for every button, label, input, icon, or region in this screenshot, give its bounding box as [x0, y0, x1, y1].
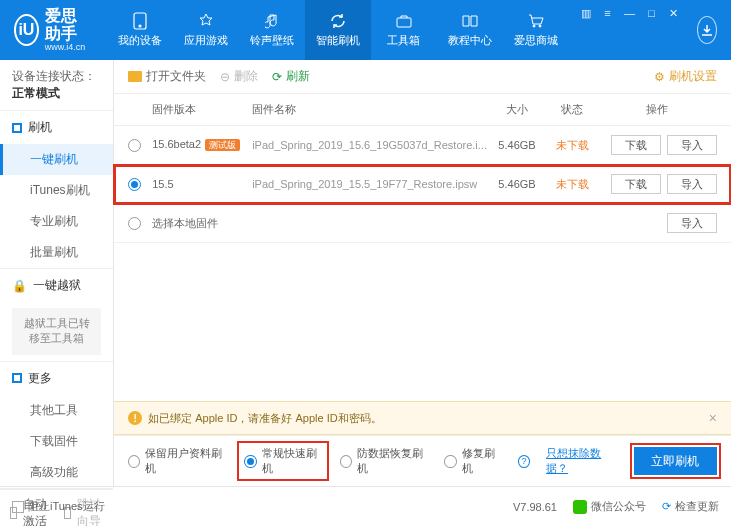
firmware-radio[interactable] [128, 178, 141, 191]
nav-flash[interactable]: 智能刷机 [305, 0, 371, 60]
sidebar-item-oneclick-flash[interactable]: 一键刷机 [0, 144, 113, 175]
phone-icon [131, 12, 149, 30]
lock-icon: 🔒 [12, 279, 27, 293]
download-button[interactable]: 下载 [611, 135, 661, 155]
nav-store[interactable]: 爱思商城 [503, 0, 569, 60]
nav-tutorials[interactable]: 教程中心 [437, 0, 503, 60]
gear-icon: ⚙ [654, 70, 665, 84]
sidebar-item-pro-flash[interactable]: 专业刷机 [0, 206, 113, 237]
app-logo: iU 爱思助手 www.i4.cn [0, 0, 107, 60]
download-update-button[interactable] [697, 16, 717, 44]
svg-point-1 [139, 25, 141, 27]
refresh-icon: ⟳ [272, 70, 282, 84]
nav-my-device[interactable]: 我的设备 [107, 0, 173, 60]
firmware-row[interactable]: 15.6beta2测试版 iPad_Spring_2019_15.6_19G50… [114, 126, 731, 165]
settings-icon[interactable]: ≡ [601, 6, 615, 20]
download-icon [700, 23, 714, 37]
nav-apps[interactable]: 应用游戏 [173, 0, 239, 60]
block-itunes-checkbox[interactable] [12, 501, 24, 513]
book-icon [461, 12, 479, 30]
refresh-button[interactable]: ⟳刷新 [272, 68, 310, 85]
import-button[interactable]: 导入 [667, 135, 717, 155]
connection-status: 设备连接状态：正常模式 [0, 60, 113, 111]
sidebar-group-flash[interactable]: 刷机 [0, 111, 113, 144]
block-itunes-label: 阻止iTunes运行 [28, 499, 105, 514]
sidebar-item-itunes-flash[interactable]: iTunes刷机 [0, 175, 113, 206]
square-icon [12, 123, 22, 133]
svg-rect-2 [397, 18, 411, 27]
radio-icon [128, 455, 140, 468]
opt-normal-fast[interactable]: 常规快速刷机 [242, 446, 324, 476]
refresh-icon [329, 12, 347, 30]
beta-badge: 测试版 [205, 139, 240, 151]
main-nav: 我的设备 应用游戏 铃声壁纸 智能刷机 工具箱 教程中心 爱思商城 [107, 0, 569, 60]
svg-point-4 [539, 25, 541, 27]
sidebar-item-batch-flash[interactable]: 批量刷机 [0, 237, 113, 268]
opt-keep-data[interactable]: 保留用户资料刷机 [128, 446, 226, 476]
nav-toolbox[interactable]: 工具箱 [371, 0, 437, 60]
warning-bar: ! 如已绑定 Apple ID，请准备好 Apple ID和密码。 × [114, 401, 731, 435]
import-button[interactable]: 导入 [667, 213, 717, 233]
flash-settings-button[interactable]: ⚙刷机设置 [654, 68, 717, 85]
opt-repair[interactable]: 修复刷机 [444, 446, 502, 476]
delete-icon: ⊖ [220, 70, 230, 84]
logo-icon: iU [14, 14, 39, 46]
nav-ringtones[interactable]: 铃声壁纸 [239, 0, 305, 60]
app-icon [197, 12, 215, 30]
open-folder-button[interactable]: 打开文件夹 [128, 68, 206, 85]
version-label: V7.98.61 [513, 501, 557, 513]
sidebar-group-more[interactable]: 更多 [0, 362, 113, 395]
local-firmware-row[interactable]: 选择本地固件 导入 [114, 204, 731, 243]
firmware-row-selected[interactable]: 15.5 iPad_Spring_2019_15.5_19F77_Restore… [114, 165, 731, 204]
firmware-radio[interactable] [128, 217, 141, 230]
minimize-icon[interactable]: — [623, 6, 637, 20]
radio-icon [444, 455, 456, 468]
firmware-radio[interactable] [128, 139, 141, 152]
sidebar-item-download-fw[interactable]: 下载固件 [0, 426, 113, 457]
app-name: 爱思助手 [45, 7, 93, 42]
delete-button[interactable]: ⊖删除 [220, 68, 258, 85]
warning-icon: ! [128, 411, 142, 425]
close-icon[interactable]: ✕ [667, 6, 681, 20]
jailbreak-note: 越狱工具已转移至工具箱 [12, 308, 101, 355]
download-button[interactable]: 下载 [611, 174, 661, 194]
wechat-link[interactable]: 微信公众号 [573, 499, 646, 514]
sidebar-item-other-tools[interactable]: 其他工具 [0, 395, 113, 426]
help-icon[interactable]: ? [518, 455, 530, 468]
close-warning-button[interactable]: × [709, 410, 717, 426]
cart-icon [527, 12, 545, 30]
sidebar-group-jailbreak[interactable]: 🔒一键越狱 [0, 269, 113, 302]
menu-icon[interactable]: ▥ [579, 6, 593, 20]
maximize-icon[interactable]: □ [645, 6, 659, 20]
check-update-button[interactable]: ⟳检查更新 [662, 499, 719, 514]
wechat-icon [573, 500, 587, 514]
folder-icon [128, 71, 142, 82]
toolbox-icon [395, 12, 413, 30]
radio-icon [340, 455, 352, 468]
music-icon [263, 12, 281, 30]
opt-anti-recovery[interactable]: 防数据恢复刷机 [340, 446, 428, 476]
square-icon [12, 373, 22, 383]
table-header: 固件版本 固件名称 大小 状态 操作 [114, 94, 731, 126]
import-button[interactable]: 导入 [667, 174, 717, 194]
radio-icon [244, 455, 256, 468]
flash-now-button[interactable]: 立即刷机 [634, 447, 717, 475]
sidebar-item-advanced[interactable]: 高级功能 [0, 457, 113, 488]
update-icon: ⟳ [662, 500, 671, 513]
erase-only-link[interactable]: 只想抹除数据？ [546, 446, 617, 476]
app-url: www.i4.cn [45, 43, 93, 53]
svg-point-3 [533, 25, 535, 27]
